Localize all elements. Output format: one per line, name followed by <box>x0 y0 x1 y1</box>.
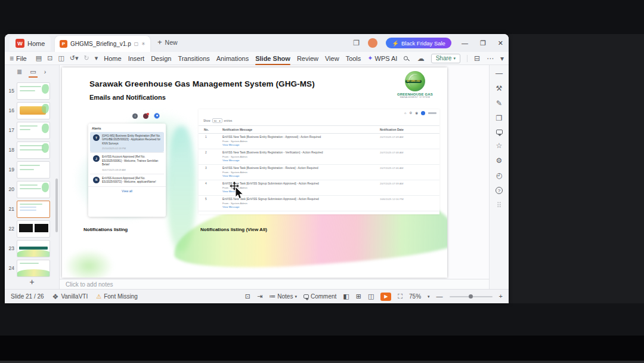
close-button[interactable]: ✕ <box>496 39 505 47</box>
row-date: 20/7/2025 07:39 AM <box>380 182 439 193</box>
menu-wps-ai[interactable]: WPS AI <box>375 55 398 62</box>
notes-caret-icon: ▾ <box>295 294 297 299</box>
meeting-bottom-edge-bar <box>0 361 644 363</box>
view-all-link: View all <box>88 186 166 195</box>
menu-insert[interactable]: Insert <box>128 55 145 62</box>
cloud-sync-icon[interactable]: ☁ <box>417 55 425 62</box>
slide-thumbnail-24[interactable] <box>17 260 50 277</box>
alert-avatar: T <box>93 134 100 141</box>
black-friday-sale-button[interactable]: ⚡ Black Friday Sale <box>386 38 451 48</box>
menu-slide-show[interactable]: Slide Show <box>255 55 290 62</box>
theme-edit-icon[interactable]: ✎ <box>496 100 502 107</box>
promo-label: Black Friday Sale <box>401 40 445 47</box>
search-icon[interactable] <box>404 56 408 60</box>
reading-view-icon[interactable]: ◫ <box>368 293 374 300</box>
apps-grid-icon[interactable]: ⠿ <box>497 202 502 209</box>
menu-review[interactable]: Review <box>297 55 318 62</box>
menu-file[interactable]: File <box>16 55 27 62</box>
alert-time: 30/07/2025 08:09 AM <box>102 168 161 171</box>
ghg-logo-line2: MANAGEMENT SYSTEM <box>396 96 434 99</box>
zoom-in-button[interactable]: + <box>499 293 503 300</box>
thumbnail-number: 24 <box>5 265 14 271</box>
slide-thumbnail-15[interactable] <box>17 82 50 100</box>
slide-thumbnail-21-selected[interactable] <box>17 201 50 218</box>
menu-tools[interactable]: Tools <box>346 55 361 62</box>
normal-view-icon[interactable]: ◧ <box>343 293 349 300</box>
document-tab[interactable]: P GHGMS_Briefing_v1.pptx ▢ ✳ <box>55 36 150 52</box>
meeting-bottom-black-band <box>0 336 644 361</box>
objects-icon[interactable]: ❐ <box>496 115 503 122</box>
add-slide-button[interactable]: + <box>5 277 59 287</box>
collapse-ribbon-icon[interactable]: ▾ <box>500 55 504 62</box>
comment-button[interactable]: Comment <box>304 293 336 300</box>
slide-thumbnail-19[interactable] <box>17 161 50 179</box>
menu-animations[interactable]: Animations <box>216 55 249 62</box>
favorites-star-icon[interactable]: ☆ <box>496 142 503 149</box>
output-icon[interactable]: ⊡ <box>47 55 52 61</box>
row-date: 20/7/2025 07:46 AM <box>380 167 439 177</box>
notes-toggle[interactable]: ≔ Notes ▾ <box>269 293 297 300</box>
font-missing-warning[interactable]: ⚠ Font Missing <box>96 293 138 300</box>
column-message: Notification Message <box>222 128 380 131</box>
bell-notification-icon <box>143 113 148 119</box>
history-clock-icon[interactable]: ◴ <box>496 172 502 179</box>
collapse-panel-chevron-icon[interactable]: › <box>44 69 47 75</box>
slide-indicator: Slide 21 / 26 <box>11 293 44 300</box>
notes-icon: ≔ <box>269 293 275 300</box>
slide-thumbnail-17[interactable] <box>17 122 50 139</box>
notes-bar[interactable]: Click to add notes <box>60 279 489 289</box>
tools-icon[interactable]: ⚒ <box>496 85 503 92</box>
settings-icon[interactable]: ⚙ <box>496 157 503 164</box>
minimize-button[interactable]: — <box>460 39 470 47</box>
print-icon[interactable]: ◫ <box>58 55 64 61</box>
more-options-icon[interactable]: ⋯ <box>487 55 494 62</box>
save-icon[interactable]: ▤ <box>36 55 42 61</box>
share-label: Share <box>436 55 452 61</box>
menu-home[interactable]: Home <box>104 55 121 62</box>
window-stack-icon[interactable]: ❐ <box>353 39 360 47</box>
zoom-slider[interactable] <box>450 296 493 297</box>
slide-thumbnail-18[interactable] <box>17 141 50 159</box>
hamburger-icon[interactable]: ≡ <box>10 55 14 62</box>
slide-canvas[interactable]: Sarawak Greenhouse Gas Management System… <box>62 67 447 278</box>
comment-panel-icon[interactable] <box>496 130 503 134</box>
fullscreen-icon[interactable]: ⛶ <box>398 293 402 300</box>
restore-button[interactable]: ❐ <box>478 39 488 47</box>
theme-indicator[interactable]: ❖ VanillaVTI <box>52 293 88 300</box>
slide-thumbnail-20[interactable] <box>17 181 50 198</box>
slide-thumbnail-16[interactable] <box>17 102 50 119</box>
view-message-link: View Message <box>222 190 376 193</box>
undo-button[interactable]: ↺▾ <box>70 55 79 61</box>
tab-preview-icon[interactable]: ▢ <box>134 41 139 47</box>
zoom-caret-icon[interactable]: ▾ <box>428 294 430 299</box>
slide-thumbnail-22[interactable] <box>17 220 50 238</box>
table-header-row: No. Notification Message Notification Da… <box>199 125 439 134</box>
slide-sorter-view-icon[interactable]: ⊞ <box>356 293 361 300</box>
play-slideshow-button[interactable]: ▶ <box>380 293 391 301</box>
redo-button[interactable]: ↻ <box>84 55 89 61</box>
share-button[interactable]: Share ▾ <box>431 54 460 63</box>
help-icon[interactable]: ? <box>496 187 503 194</box>
thumbnail-number: 23 <box>5 245 14 251</box>
new-tab-button[interactable]: + New <box>157 38 178 47</box>
wps-home-tab[interactable]: W Home <box>10 36 51 51</box>
thumbnail-row: 23 <box>5 239 60 257</box>
toolbar-more-chevron[interactable]: ▾ <box>95 55 98 61</box>
zoom-level[interactable]: 75% <box>409 293 421 300</box>
thumbnail-scrollbar[interactable] <box>55 179 58 232</box>
slide-thumbnail-23[interactable] <box>17 240 50 257</box>
row-from: From : System Admin <box>222 171 376 174</box>
menu-view[interactable]: View <box>325 55 339 62</box>
zoom-out-button[interactable]: — <box>436 293 443 300</box>
hide-sidebar-icon[interactable]: — <box>496 70 503 77</box>
slideshow-setup-icon[interactable]: ⊡ <box>245 293 250 300</box>
zoom-slider-knob[interactable] <box>469 294 473 299</box>
outline-view-icon[interactable]: ≣ <box>17 69 22 75</box>
thumbnail-view-icon[interactable]: ▭ <box>30 69 36 75</box>
row-message: EnVISS New Task [Business Entity Registr… <box>222 167 376 170</box>
menu-design[interactable]: Design <box>151 55 171 62</box>
account-avatar[interactable] <box>368 38 377 48</box>
menu-transitions[interactable]: Transitions <box>178 55 209 62</box>
panel-layout-icon[interactable]: ⊟ <box>474 55 480 62</box>
slideshow-from-current-icon[interactable]: ⇥ <box>257 293 262 300</box>
